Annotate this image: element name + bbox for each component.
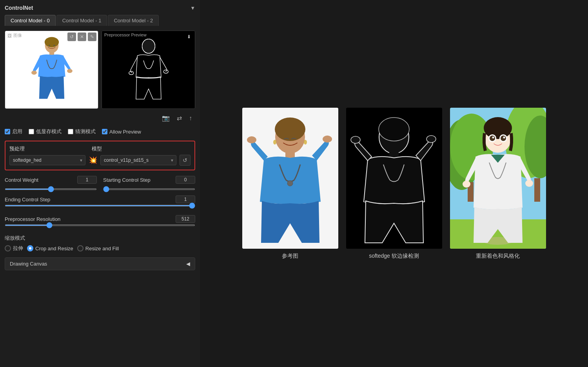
radio-resize-fill[interactable]: Resize and Fill [77, 245, 119, 251]
ending-step-label: Ending Control Step [5, 197, 50, 202]
gallery-item-1: softedge 软边缘检测 [346, 108, 442, 260]
preproc-res-slider[interactable] [5, 224, 195, 226]
tab-model-1[interactable]: Control Model - 1 [56, 15, 107, 26]
preproc-res-top: Preprocessor Resolution 512 [5, 215, 195, 223]
tab-model-2[interactable]: Control Model - 2 [108, 15, 159, 26]
image-controls: ↺ ✕ ✎ [67, 33, 96, 41]
svg-point-48 [490, 136, 495, 141]
scale-mode-section: 缩放模式 拉伸 Crop and Resize Resize and Fill [5, 235, 195, 257]
gallery-row: 参考图 [242, 108, 546, 260]
svg-point-20 [287, 181, 293, 186]
allow-preview-label: Allow Preview [109, 129, 141, 135]
image-label: 图像 [13, 33, 22, 38]
checkboxes-row: 启用 低显存模式 猜测模式 Allow Preview [5, 128, 195, 135]
gallery-image-0 [242, 108, 338, 249]
drawing-canvas-label: Drawing Canvas [10, 261, 47, 267]
control-weight-label: Control Weight [5, 177, 38, 183]
preproc-res-label: Preprocessor Resolution [5, 216, 60, 222]
tab-model-0[interactable]: Control Model - 0 [5, 15, 56, 26]
svg-point-50 [492, 136, 494, 138]
svg-point-45 [525, 180, 533, 187]
control-weight-slider[interactable] [5, 188, 97, 190]
svg-point-22 [304, 140, 307, 145]
low-vram-checkbox[interactable] [29, 129, 34, 134]
edit-image-btn[interactable]: ✎ [88, 33, 96, 41]
ending-step-top: Ending Control Step 1 [5, 195, 195, 203]
guess-mode-checkbox[interactable] [68, 129, 73, 134]
radio-resize-fill-label: Resize and Fill [85, 246, 119, 251]
starting-step-top: Starting Control Step 0 [103, 176, 195, 184]
svg-point-44 [463, 181, 470, 188]
gallery-nurse-photo-svg [242, 108, 338, 249]
gallery-label-0: 参考图 [282, 253, 298, 260]
gallery-item-0: 参考图 [242, 108, 338, 260]
svg-point-21 [273, 140, 276, 145]
close-image-btn[interactable]: ✕ [78, 33, 86, 41]
enable-checkbox[interactable] [5, 129, 10, 134]
gallery-label-2: 重新着色和风格化 [476, 253, 520, 260]
preproc-section-label: 预处理 [9, 145, 92, 152]
preproc-res-section: Preprocessor Resolution 512 [5, 215, 195, 230]
two-sliders-row: Control Weight 1 Starting Control Step 0 [5, 176, 195, 194]
gallery-label-1: softedge 软边缘检测 [369, 253, 419, 260]
preprocessor-select[interactable]: softedge_hed softedge_hedsafe softedge_p… [9, 155, 85, 165]
allow-preview-checkbox[interactable] [102, 129, 107, 134]
preproc-res-value: 512 [176, 215, 195, 223]
nurse-svg [26, 34, 77, 106]
preview-image-box: Preprocessor Preview ⬇ [102, 31, 195, 109]
model-select-wrapper: control_v11p_sd15_s control_v11p_sd15_so… [100, 155, 176, 165]
enable-checkbox-item[interactable]: 启用 [5, 128, 22, 135]
low-vram-checkbox-item[interactable]: 低显存模式 [29, 128, 62, 135]
model-section-label: 模型 [92, 145, 191, 152]
radio-resize-fill-circle [77, 245, 83, 251]
guess-mode-checkbox-item[interactable]: 猜测模式 [68, 128, 96, 135]
gallery-image-2 [450, 108, 546, 249]
svg-point-16 [275, 118, 305, 141]
source-image-box: 🖼 图像 ↺ ✕ ✎ [5, 31, 98, 109]
control-weight-value: 1 [77, 176, 97, 184]
ending-step-section: Ending Control Step 1 [5, 195, 195, 210]
low-vram-label: 低显存模式 [36, 128, 62, 135]
control-weight-section: Control Weight 1 [5, 176, 97, 194]
enable-label: 启用 [12, 128, 22, 135]
tabs-row: Control Model - 0 Control Model - 1 Cont… [5, 15, 195, 26]
refresh-image-btn[interactable]: ↺ [67, 33, 76, 41]
camera-btn[interactable]: 📷 [160, 113, 171, 123]
download-preview-btn[interactable]: ⬇ [185, 33, 193, 41]
images-row: 🖼 图像 ↺ ✕ ✎ [5, 31, 195, 109]
svg-point-4 [31, 71, 37, 74]
left-panel: ControlNet ▼ Control Model - 0 Control M… [0, 0, 200, 367]
model-select[interactable]: control_v11p_sd15_s control_v11p_sd15_so… [100, 155, 176, 165]
gallery-anime-svg [450, 108, 546, 249]
ending-step-value: 1 [176, 195, 195, 203]
svg-rect-39 [534, 178, 540, 202]
starting-step-section: Starting Control Step 0 [103, 176, 195, 194]
svg-point-51 [503, 136, 505, 138]
panel-header: ControlNet ▼ [5, 5, 195, 11]
action-row: 📷 ⇄ ↑ [5, 113, 195, 123]
run-preprocessor-btn[interactable]: 💥 [89, 156, 97, 165]
drawing-canvas-collapse-icon: ◀ [186, 261, 190, 267]
starting-step-value: 0 [176, 176, 195, 184]
drawing-canvas-row[interactable]: Drawing Canvas ◀ [5, 257, 195, 270]
right-panel: 参考图 [200, 0, 588, 367]
radio-stretch[interactable]: 拉伸 [5, 245, 23, 252]
allow-preview-checkbox-item[interactable]: Allow Preview [102, 129, 141, 135]
radio-stretch-label: 拉伸 [13, 245, 23, 252]
preproc-model-section: 预处理 模型 softedge_hed softedge_hedsafe sof… [5, 141, 195, 170]
starting-step-label: Starting Control Step [103, 177, 151, 183]
radio-crop-resize[interactable]: Crop and Resize [27, 245, 73, 251]
svg-point-18 [247, 136, 256, 143]
svg-point-49 [501, 136, 506, 141]
starting-step-slider[interactable] [103, 188, 195, 190]
swap-btn[interactable]: ⇄ [175, 113, 183, 123]
preview-controls: ⬇ [185, 33, 193, 41]
radio-crop-resize-label: Crop and Resize [35, 246, 73, 251]
refresh-model-btn[interactable]: ↺ [180, 155, 191, 166]
upload-btn[interactable]: ↑ [187, 113, 194, 123]
radio-stretch-circle [5, 245, 11, 251]
ending-step-slider[interactable] [5, 205, 195, 206]
gallery-softedge-svg [346, 108, 442, 249]
collapse-icon[interactable]: ▼ [190, 5, 195, 11]
outline-svg [123, 34, 174, 106]
